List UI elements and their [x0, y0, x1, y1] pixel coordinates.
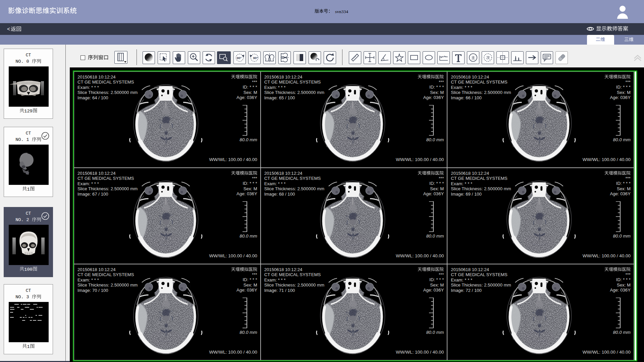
svg-text:90°: 90°	[253, 56, 258, 60]
svg-text:90°: 90°	[237, 56, 242, 60]
svg-text:CT-4C: CT-4C	[21, 82, 28, 85]
